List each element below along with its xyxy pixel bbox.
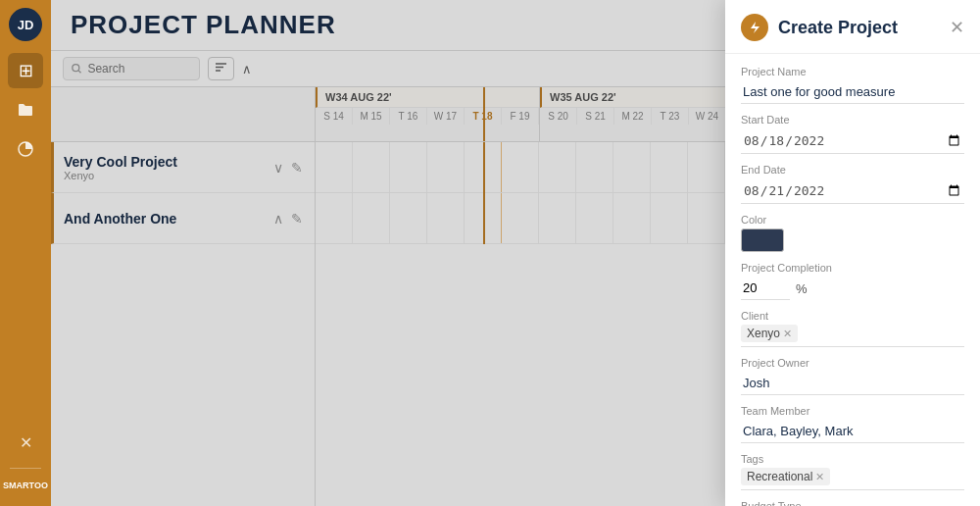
tags-label: Tags xyxy=(741,453,964,465)
panel-header: Create Project ✕ xyxy=(725,0,980,54)
panel-close-button[interactable]: ✕ xyxy=(950,17,964,38)
completion-input[interactable] xyxy=(741,277,790,300)
team-label: Team Member xyxy=(741,405,964,417)
tags-group: Tags Recreational ✕ xyxy=(741,453,964,490)
create-project-panel: Create Project ✕ Project Name Start Date… xyxy=(725,0,980,506)
client-tag-text: Xenyo xyxy=(747,327,780,340)
panel-title: Create Project xyxy=(778,18,940,38)
project-name-label: Project Name xyxy=(741,66,964,77)
tag-item: Recreational ✕ xyxy=(741,468,830,485)
client-tag-remove[interactable]: ✕ xyxy=(783,328,792,340)
team-input[interactable] xyxy=(741,420,964,443)
lightning-icon xyxy=(748,21,761,34)
main-content: PROJECT PLANNER + New Project ∧ Very Coo… xyxy=(51,0,980,506)
owner-input[interactable] xyxy=(741,372,964,395)
color-swatch[interactable] xyxy=(741,228,784,252)
panel-body: Project Name Start Date End Date Color P… xyxy=(725,54,980,506)
sidebar-item-folder[interactable] xyxy=(8,92,43,127)
project-name-group: Project Name xyxy=(741,66,964,104)
end-date-input[interactable] xyxy=(741,178,964,204)
owner-group: Project Owner xyxy=(741,357,964,395)
color-group: Color xyxy=(741,214,964,252)
user-avatar[interactable]: JD xyxy=(9,8,42,41)
end-date-group: End Date xyxy=(741,164,964,204)
panel-icon xyxy=(741,14,768,41)
completion-group: Project Completion % xyxy=(741,262,964,300)
completion-row: % xyxy=(741,277,964,300)
client-tag-container: Xenyo ✕ xyxy=(741,325,964,347)
completion-pct: % xyxy=(796,281,808,296)
client-label: Client xyxy=(741,310,964,322)
start-date-label: Start Date xyxy=(741,114,964,126)
start-date-group: Start Date xyxy=(741,114,964,154)
budget-label: Budget Type xyxy=(741,500,964,506)
client-tag: Xenyo ✕ xyxy=(741,325,798,342)
sidebar-item-close[interactable]: ✕ xyxy=(8,425,43,460)
project-name-input[interactable] xyxy=(741,80,964,104)
sidebar-item-chart[interactable] xyxy=(8,131,43,167)
end-date-label: End Date xyxy=(741,164,964,176)
start-date-input[interactable] xyxy=(741,128,964,154)
color-label: Color xyxy=(741,214,964,226)
tags-tag-container: Recreational ✕ xyxy=(741,468,964,490)
client-group: Client Xenyo ✕ xyxy=(741,310,964,347)
tag-text: Recreational xyxy=(747,470,812,483)
team-group: Team Member xyxy=(741,405,964,443)
sidebar: JD ⊞ ✕ SMARTOO xyxy=(0,0,51,506)
sidebar-item-grid[interactable]: ⊞ xyxy=(8,53,43,88)
tag-remove[interactable]: ✕ xyxy=(815,471,824,483)
budget-group: Budget Type No Budget ∨ xyxy=(741,500,964,506)
sidebar-logo: SMARTOO xyxy=(3,481,48,490)
owner-label: Project Owner xyxy=(741,357,964,369)
completion-label: Project Completion xyxy=(741,262,964,274)
